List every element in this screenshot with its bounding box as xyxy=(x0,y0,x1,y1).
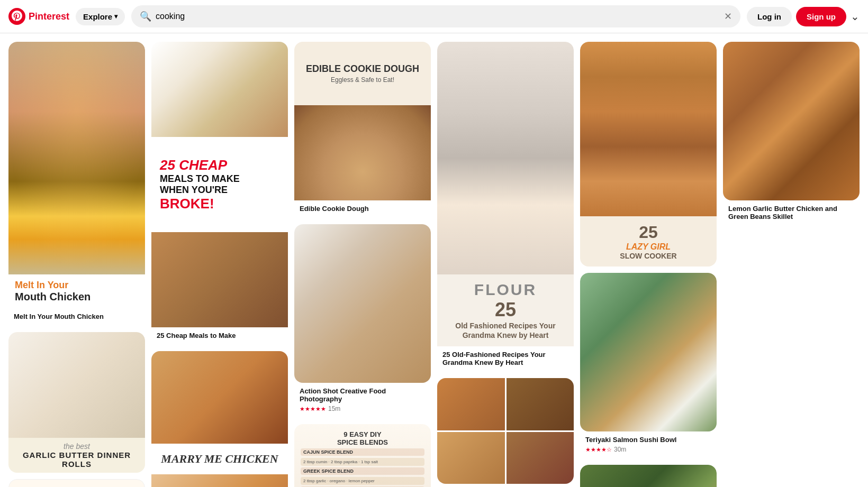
pin-action-shot[interactable]: Action Shot Creative Food Photography ★★… xyxy=(294,224,431,418)
spice-row-greek-content: 2 tbsp garlic · oregano · lemon pepper xyxy=(301,477,424,485)
pin-melt-chicken-overlay: Melt In Your Mouth Chicken xyxy=(8,274,145,308)
marry-me-overlay-text: MARRY ME CHICKEN xyxy=(161,452,278,466)
pinterest-logo-icon xyxy=(8,8,25,25)
multi-photo-4 xyxy=(507,432,574,484)
pin-cookie-image xyxy=(294,105,431,200)
melt-overlay-line1: Melt In Your xyxy=(15,280,139,291)
pin-melt-chicken-label: Melt In Your Mouth Chicken xyxy=(8,308,145,326)
pin-cookie-dough[interactable]: EDIBLE COOKIE DOUGH Eggless & Safe to Ea… xyxy=(294,42,431,218)
garlic-bold-text: GARLIC BUTTER DINNER ROLLS xyxy=(15,451,139,468)
flour-sub: Old Fashioned Recipes Your Grandma Knew … xyxy=(446,321,565,340)
pin-marry-text-overlay: MARRY ME CHICKEN xyxy=(151,444,288,474)
profile-menu-button[interactable]: ⌄ xyxy=(851,7,860,26)
flour-label: FLOUR xyxy=(446,281,565,299)
cheap-meals-text: MEALS TO MAKEWHEN YOU'RE xyxy=(160,173,240,196)
search-bar: 🔍 ✕ xyxy=(131,5,740,27)
pin-cheap-label: 25 Cheap Meals to Make xyxy=(151,327,288,345)
pin-multi-photo-grid xyxy=(437,378,574,484)
pin-flour-image-top xyxy=(437,42,574,274)
pin-marry-me[interactable]: MARRY ME CHICKEN Marry Me Chicken ★★★★★ … xyxy=(151,351,288,487)
pin-action-time: 15m xyxy=(328,405,340,412)
pin-cheap-title: 25 Cheap Meals to Make xyxy=(157,332,283,339)
pin-lemon-garlic-bottom[interactable]: Lemon Garlic Butter Chicken and Green Be… xyxy=(723,42,860,226)
spice-row-cajun-content: 2 tbsp cumin · 2 tbsp paprika · 1 tsp sa… xyxy=(301,458,424,466)
pin-teriyaki-meta: ★★★★☆ 30m xyxy=(585,446,711,453)
pin-flour-recipes[interactable]: FLOUR 25 Old Fashioned Recipes Your Gran… xyxy=(437,42,574,372)
garlic-cursive-text: the best xyxy=(15,442,139,451)
signup-button[interactable]: Sign up xyxy=(796,7,846,26)
pin-teriyaki-time: 30m xyxy=(614,446,626,453)
spice-row-greek: GREEK SPICE BLEND xyxy=(301,467,424,475)
pin-cheap-image-top xyxy=(151,42,288,137)
header: Pinterest Explore ▾ 🔍 ✕ Log in Sign up ⌄ xyxy=(0,0,868,33)
pin-cookie-label: Edible Cookie Dough xyxy=(294,200,431,218)
pin-lemon-garlic-image-bottom xyxy=(723,42,860,200)
cookie-dough-sub: Eggless & Safe to Eat! xyxy=(331,76,394,84)
pin-lazy-image xyxy=(580,42,717,216)
explore-button[interactable]: Explore ▾ xyxy=(76,8,125,25)
pin-lemon-garlic-label: Lemon Garlic Butter Chicken and Green Be… xyxy=(723,200,860,226)
pin-lazy-girl[interactable]: 25 LAZY GIRL Slow Cooker xyxy=(580,42,717,267)
pin-melt-chicken[interactable]: Melt In Your Mouth Chicken Melt In Your … xyxy=(8,42,145,326)
logo[interactable]: Pinterest xyxy=(8,8,69,25)
multi-photo-2 xyxy=(507,378,574,430)
pins-grid: Melt In Your Mouth Chicken Melt In Your … xyxy=(0,33,868,487)
pin-lazy-text-overlay: 25 LAZY GIRL Slow Cooker xyxy=(580,216,717,267)
multi-photo-3 xyxy=(437,432,505,484)
pin-melt-chicken-image xyxy=(8,42,145,274)
search-icon: 🔍 xyxy=(140,11,151,22)
search-input[interactable] xyxy=(156,12,720,21)
spice-blends-grid: CAJUN SPICE BLEND 2 tbsp cumin · 2 tbsp … xyxy=(301,448,424,487)
pin-flour-title: 25 Old-Fashioned Recipes Your Grandma Kn… xyxy=(442,351,568,366)
pin-lemon-garlic-title: Lemon Garlic Butter Chicken and Green Be… xyxy=(728,205,854,220)
pin-teriyaki-stars: ★★★★☆ xyxy=(585,446,612,453)
pin-spice-card: 9 EASY DIYSPICE BLENDS CAJUN SPICE BLEND… xyxy=(294,424,431,487)
pin-cheap-text-overlay: 25 CHEAP MEALS TO MAKEWHEN YOU'RE BROKE! xyxy=(151,137,288,232)
lazy-sub: Slow Cooker xyxy=(586,252,710,260)
pin-teriyaki-label: Teriyaki Salmon Sushi Bowl ★★★★☆ 30m xyxy=(580,431,717,458)
multi-photo-1 xyxy=(437,378,505,430)
flour-num: 25 xyxy=(446,299,565,321)
svg-point-0 xyxy=(8,8,25,25)
pin-garlic-butter[interactable]: the best GARLIC BUTTER DINNER ROLLS xyxy=(8,332,145,473)
pin-flour-text: FLOUR 25 Old Fashioned Recipes Your Gran… xyxy=(437,274,574,346)
broke-label: BROKE! xyxy=(160,196,214,212)
pin-cookie-text-top: EDIBLE COOKIE DOUGH Eggless & Safe to Ea… xyxy=(294,42,431,105)
pin-action-label: Action Shot Creative Food Photography ★★… xyxy=(294,383,431,418)
melt-overlay-line2: Mouth Chicken xyxy=(15,291,139,303)
lazy-num: 25 xyxy=(586,223,710,242)
clear-search-button[interactable]: ✕ xyxy=(724,11,732,22)
pin-marry-image-top xyxy=(151,351,288,444)
pin-teriyaki[interactable]: Teriyaki Salmon Sushi Bowl ★★★★☆ 30m xyxy=(580,273,717,458)
pin-flour-label: 25 Old-Fashioned Recipes Your Grandma Kn… xyxy=(437,346,574,372)
pin-cheap-meals[interactable]: 25 CHEAP MEALS TO MAKEWHEN YOU'RE BROKE!… xyxy=(151,42,288,345)
pin-action-image xyxy=(294,224,431,383)
pin-garlic-image xyxy=(8,332,145,438)
pin-action-stars: ★★★★★ xyxy=(300,406,326,412)
pin-spice-blends[interactable]: 9 EASY DIYSPICE BLENDS CAJUN SPICE BLEND… xyxy=(294,424,431,487)
pin-teriyaki-image xyxy=(580,273,717,431)
pin-depression-image: 20 BEST DEPRESSION ERA RECIPES xyxy=(8,479,145,487)
lazy-label: LAZY GIRL xyxy=(586,242,710,252)
pin-marry-image-bottom xyxy=(151,474,288,487)
pin-melt-chicken-title: Melt In Your Mouth Chicken xyxy=(14,313,140,320)
pin-action-title: Action Shot Creative Food Photography xyxy=(300,387,426,403)
pin-cookie-title: Edible Cookie Dough xyxy=(300,205,426,213)
pin-lemon-garlic-top[interactable] xyxy=(580,465,717,487)
logo-text: Pinterest xyxy=(29,11,69,22)
pin-garlic-text-overlay: the best GARLIC BUTTER DINNER ROLLS xyxy=(8,438,145,473)
pin-cheap-image-bottom xyxy=(151,232,288,327)
pin-depression-era[interactable]: 20 BEST DEPRESSION ERA RECIPES 20 Best D… xyxy=(8,479,145,487)
cookie-dough-title: EDIBLE COOKIE DOUGH xyxy=(306,63,419,75)
spice-row-cajun: CAJUN SPICE BLEND xyxy=(301,448,424,456)
spice-card-title: 9 EASY DIYSPICE BLENDS xyxy=(301,430,424,446)
cheap-label: 25 CHEAP xyxy=(160,157,227,173)
chevron-down-icon: ▾ xyxy=(114,13,117,20)
nav-buttons: Log in Sign up ⌄ xyxy=(747,7,860,26)
pin-action-meta: ★★★★★ 15m xyxy=(300,405,426,412)
pin-old-fashioned-bottom[interactable] xyxy=(437,378,574,484)
pin-lemon-garlic-image-top xyxy=(580,465,717,487)
login-button[interactable]: Log in xyxy=(747,7,792,26)
pin-teriyaki-title: Teriyaki Salmon Sushi Bowl xyxy=(585,436,711,444)
